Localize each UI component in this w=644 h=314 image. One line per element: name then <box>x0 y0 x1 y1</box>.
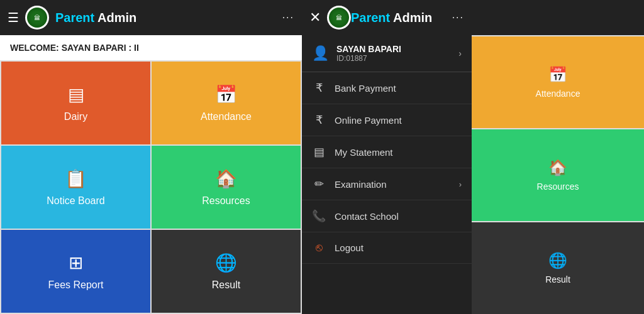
title-parent: Parent <box>55 11 94 24</box>
result-label: Result <box>212 279 240 291</box>
user-info: SAYAN BAPARI ID:01887 <box>336 44 458 63</box>
examination-icon: ✏ <box>312 177 326 191</box>
menu-item-contact-school[interactable]: 📞 Contact School <box>302 200 472 232</box>
menu-item-logout[interactable]: ⎋ Logout <box>302 232 472 264</box>
grid-item-attendance[interactable]: 📅 Attendance <box>152 62 301 144</box>
left-panel: ☰ 🏛 Parent Admin ··· WELCOME: SAYAN BAPA… <box>0 0 302 314</box>
bank-payment-icon: ₹ <box>312 81 326 95</box>
attendance-label: Attendance <box>201 111 252 122</box>
right-card-attendance[interactable]: 📅 Attendance <box>472 36 644 128</box>
user-avatar-icon: 👤 <box>312 45 329 62</box>
right-resources-icon: 🏠 <box>548 159 567 176</box>
contact-school-icon: 📞 <box>312 209 326 223</box>
right-card-result[interactable]: 🌐 Result <box>472 222 644 314</box>
logout-icon: ⎋ <box>312 241 326 254</box>
right-card-header <box>472 0 644 35</box>
right-result-label: Result <box>545 274 570 284</box>
examination-chevron-icon: › <box>459 180 462 189</box>
user-name: SAYAN BAPARI <box>336 44 458 54</box>
grid-item-dairy[interactable]: ▤ Dairy <box>1 62 150 144</box>
dairy-label: Dairy <box>64 111 87 122</box>
drawer-logo-emblem: 🏛 <box>329 8 349 28</box>
close-icon[interactable]: ✕ <box>309 9 321 26</box>
grid-item-result[interactable]: 🌐 Result <box>152 230 301 313</box>
grid-item-notice-board[interactable]: 📋 Notice Board <box>1 146 150 229</box>
logo-emblem: 🏛 <box>27 8 47 28</box>
title-admin: Admin <box>94 11 136 24</box>
menu-item-my-statement[interactable]: ▤ My Statement <box>302 136 472 168</box>
drawer-logo: 🏛 <box>327 6 351 30</box>
left-header: ☰ 🏛 Parent Admin ··· <box>0 0 302 35</box>
side-drawer: ✕ 🏛 Parent Admin ··· 👤 SAYAN BAPARI ID:0… <box>302 0 472 314</box>
main-grid: ▤ Dairy 📅 Attendance 📋 Notice Board 🏠 Re… <box>0 60 302 314</box>
welcome-text: WELCOME: SAYAN BAPARI : II <box>10 43 139 53</box>
right-card-resources[interactable]: 🏠 Resources <box>472 129 644 221</box>
grid-item-resources[interactable]: 🏠 Resources <box>152 146 301 229</box>
contact-school-label: Contact School <box>335 211 462 222</box>
attendance-icon: 📅 <box>215 84 237 105</box>
right-cards: 📅 Attendance 🏠 Resources 🌐 Result <box>472 0 644 314</box>
result-icon: 🌐 <box>215 252 237 273</box>
app-title: Parent Admin <box>55 11 276 25</box>
online-payment-label: Online Payment <box>335 115 462 126</box>
menu-item-examination[interactable]: ✏ Examination › <box>302 168 472 200</box>
right-resources-label: Resources <box>537 181 579 192</box>
drawer-title-admin: Admin <box>390 11 432 24</box>
fees-report-label: Fees Report <box>48 279 103 291</box>
user-profile-row[interactable]: 👤 SAYAN BAPARI ID:01887 › <box>302 35 472 72</box>
my-statement-label: My Statement <box>335 147 462 158</box>
right-panel: ✕ 🏛 Parent Admin ··· 👤 SAYAN BAPARI ID:0… <box>302 0 644 314</box>
drawer-app-title: Parent Admin <box>351 11 452 25</box>
logout-label: Logout <box>335 242 462 253</box>
notice-board-label: Notice Board <box>47 195 105 207</box>
resources-icon: 🏠 <box>215 168 237 189</box>
drawer-title-parent: Parent <box>351 11 390 24</box>
right-card-grid: 📅 Attendance 🏠 Resources 🌐 Result <box>472 36 644 314</box>
resources-label: Resources <box>202 195 250 207</box>
fees-report-icon: ⊞ <box>69 252 83 273</box>
welcome-bar: WELCOME: SAYAN BAPARI : II <box>0 35 302 60</box>
my-statement-icon: ▤ <box>312 145 326 159</box>
logo: 🏛 <box>25 6 49 30</box>
user-chevron-right-icon: › <box>458 48 462 58</box>
right-attendance-icon: 📅 <box>548 66 567 84</box>
more-options-icon[interactable]: ··· <box>282 12 294 23</box>
grid-item-fees-report[interactable]: ⊞ Fees Report <box>1 230 150 313</box>
menu-item-online-payment[interactable]: ₹ Online Payment <box>302 104 472 136</box>
right-attendance-label: Attendance <box>536 89 580 99</box>
examination-label: Examination <box>335 179 450 190</box>
bank-payment-label: Bank Payment <box>335 83 462 94</box>
dairy-icon: ▤ <box>68 84 84 105</box>
drawer-more-icon[interactable]: ··· <box>452 12 464 23</box>
drawer-header: ✕ 🏛 Parent Admin ··· <box>302 0 472 35</box>
online-payment-icon: ₹ <box>312 113 326 127</box>
user-id: ID:01887 <box>336 54 458 63</box>
notice-board-icon: 📋 <box>65 168 87 189</box>
hamburger-icon[interactable]: ☰ <box>8 10 19 25</box>
menu-item-bank-payment[interactable]: ₹ Bank Payment <box>302 72 472 104</box>
right-result-icon: 🌐 <box>548 252 567 269</box>
